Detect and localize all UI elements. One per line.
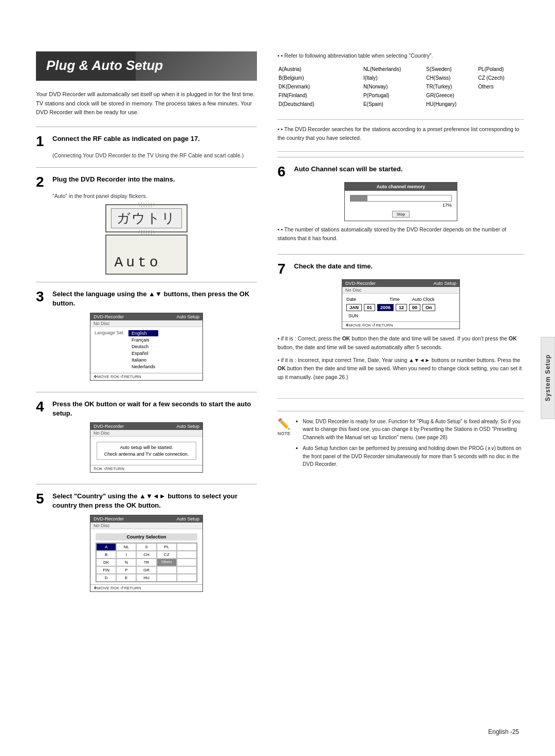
date-note-1: if it is : Correct, press the OK button …: [278, 334, 524, 352]
country-cell-a[interactable]: A: [96, 543, 116, 551]
date-notes: if it is : Correct, press the OK button …: [278, 334, 524, 382]
setup-screen-subheader: No Disc: [90, 430, 202, 437]
hour-box: 12: [396, 304, 407, 311]
page-title-box: Plug & Auto Setup: [36, 51, 257, 81]
country-cell-empty1: [177, 543, 197, 551]
lang-item-espanol[interactable]: Español: [128, 350, 158, 356]
country-screen-mockup: DVD-Recorder Auto Setup No Disc Country …: [90, 515, 203, 592]
table-cell: [478, 100, 523, 108]
step-1-title: Connect the RF cable as indicated on pag…: [52, 134, 200, 143]
step-2-num: 2: [36, 175, 47, 189]
country-grid: A NL S PL B I CH CZ DK N TR: [96, 543, 197, 582]
progress-percent: 17%: [350, 203, 452, 208]
step-4: 4 Press the OK button or wait for a few …: [36, 392, 257, 482]
country-cell-d[interactable]: D: [96, 574, 116, 582]
step-3-title: Select the language using the ▲▼ buttons…: [52, 290, 257, 308]
step-2: 2 Plug the DVD Recorder into the mains. …: [36, 167, 257, 280]
country-cell-n[interactable]: N: [116, 559, 136, 566]
country-cell-empty2: [177, 551, 197, 559]
auto-display-visual: Auto: [105, 235, 188, 275]
datetime-body: Date Time Auto Clock JAN 01 2006 12 00 O…: [342, 294, 459, 321]
lang-screen-footer-text: ❖MOVE ®OK ↺RETURN: [94, 374, 141, 379]
table-row: DK(Denmark) N(Norway) TR(Turkey) Others: [279, 83, 523, 91]
table-cell: TR(Turkey): [426, 83, 477, 91]
lang-item-nederlands[interactable]: Nederlands: [128, 364, 158, 370]
country-cell-tr[interactable]: TR: [136, 559, 156, 566]
autoclock-box: On: [422, 304, 435, 311]
step-7-title: Check the date and time.: [294, 262, 373, 271]
step-6-title: Auto Channel scan will be started.: [294, 165, 403, 174]
country-cell-hu[interactable]: HU: [136, 574, 156, 582]
table-row: B(Belgium) I(Italy) CH(Swiss) CZ (Czech): [279, 74, 523, 82]
day-box: 01: [364, 304, 375, 311]
country-cell-others[interactable]: Others: [157, 559, 177, 566]
step-5: 5 Select "Country" using the ▲▼◄► button…: [36, 484, 257, 601]
country-cell-dk[interactable]: DK: [96, 559, 116, 566]
country-cell-pl[interactable]: PL: [157, 543, 177, 551]
date-label: Date: [346, 297, 362, 302]
year-box: 2006: [377, 304, 394, 311]
step-4-title: Press the OK button or wait for a few se…: [52, 400, 257, 418]
step-6: 6 Auto Channel scan will be started. Aut…: [278, 157, 524, 252]
country-cell-gr[interactable]: GR: [136, 566, 156, 574]
step-5-title: Select "Country" using the ▲▼◄► buttons …: [52, 492, 257, 510]
page-number: English -25: [488, 728, 519, 735]
country-screen-subheader: No Disc: [90, 523, 202, 529]
step-1-sub: (Connecting Your DVD Recorder to the TV …: [52, 152, 257, 160]
side-tab: System Setup: [541, 337, 555, 419]
step-2-sub: "Auto" in the front panel display flicke…: [52, 192, 257, 201]
country-screen-header-left: DVD-Recorder: [94, 516, 124, 521]
setup-screen-mockup: DVD-Recorder Auto Setup No Disc Auto set…: [90, 422, 203, 473]
ref-note: • Refer to following abbreviation table …: [278, 51, 524, 60]
progress-title: Auto channel memory: [345, 183, 457, 191]
country-cell-empty3: [177, 559, 197, 566]
datetime-screen-footer: ❖MOVE ®OK ↺RETURN: [342, 321, 459, 329]
datetime-footer-text: ❖MOVE ®OK ↺RETURN: [345, 323, 393, 328]
table-cell: B(Belgium): [279, 74, 362, 82]
datetime-labels: Date Time Auto Clock: [346, 297, 455, 302]
country-cell-fin[interactable]: FIN: [96, 566, 116, 574]
table-cell: E(Spain): [363, 100, 425, 108]
lang-item-english[interactable]: English: [128, 330, 158, 336]
country-cell-cz[interactable]: CZ: [157, 551, 177, 559]
intro-text: Your DVD Recorder will automatically set…: [36, 90, 257, 117]
stop-button[interactable]: Stop: [392, 211, 410, 218]
country-cell-s[interactable]: S: [136, 543, 156, 551]
table-cell: D(Deutschland): [279, 100, 362, 108]
lang-item-deutsch[interactable]: Deutsch: [128, 344, 158, 350]
lang-screen-subheader: No Disc: [90, 320, 202, 327]
side-tab-label: System Setup: [544, 354, 551, 401]
table-cell: S(Sweden): [426, 65, 477, 73]
table-cell: P(Portugal): [363, 92, 425, 99]
weekday-display: SUN: [348, 313, 455, 318]
country-selection-title: Country Selection: [96, 533, 197, 541]
lang-item-italiano[interactable]: Italiano: [128, 357, 158, 363]
table-cell: CH(Swiss): [426, 74, 477, 82]
setup-screen-header-left: DVD-Recorder: [94, 424, 124, 429]
country-cell-ch[interactable]: CH: [136, 551, 156, 559]
note-box: ✏️ NOTE Now, DVD Recorder is ready for u…: [278, 411, 524, 472]
table-row: D(Deutschland) E(Spain) HU(Hungary): [279, 100, 523, 108]
country-cell-i[interactable]: I: [116, 551, 136, 559]
reference-table: A(Austria) NL(Netherlands) S(Sweden) PL(…: [278, 64, 524, 109]
step-7: 7 Check the date and time. DVD-Recorder …: [278, 254, 524, 391]
table-cell: [478, 92, 523, 99]
month-box: JAN: [346, 304, 362, 311]
country-cell-b[interactable]: B: [96, 551, 116, 559]
progress-bar-inner: [350, 195, 367, 201]
setup-footer-text: ®OK ↺RETURN: [94, 466, 124, 471]
lang-item-francais[interactable]: Français: [128, 337, 158, 343]
table-cell: NL(Netherlands): [363, 65, 425, 73]
table-cell: I(Italy): [363, 74, 425, 82]
datetime-screen-header: DVD-Recorder Auto Setup: [342, 280, 459, 287]
country-cell-nl[interactable]: NL: [116, 543, 136, 551]
step-4-num: 4: [36, 400, 47, 414]
step-3: 3 Select the language using the ▲▼ butto…: [36, 282, 257, 389]
note-content: Now, DVD Recorder is ready for use. Func…: [295, 418, 524, 472]
country-cell-empty5: [177, 566, 197, 574]
note-item-2: Auto Setup function can be performed by …: [303, 444, 524, 469]
progress-screen-mockup: Auto channel memory 17% Stop: [344, 182, 457, 221]
country-cell-p[interactable]: P: [116, 566, 136, 574]
progress-stop-btn[interactable]: Stop: [345, 210, 457, 218]
country-cell-e[interactable]: E: [116, 574, 136, 582]
